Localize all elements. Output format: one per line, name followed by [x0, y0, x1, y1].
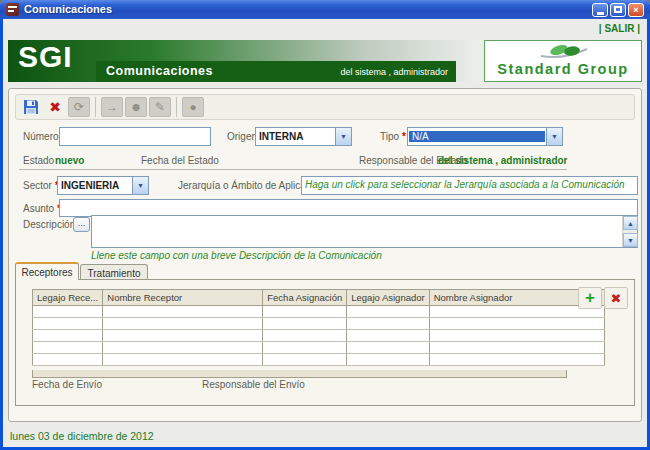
fecha-envio-label: Fecha de Envío [32, 379, 102, 390]
status-button: ● [182, 97, 204, 117]
descripcion-textarea[interactable]: ▲ ▼ [91, 215, 638, 248]
table-row[interactable] [33, 342, 605, 354]
user-icon: ☻ [130, 100, 143, 114]
sgi-logo: SGI [18, 40, 73, 74]
edit-button: ✎ [149, 97, 171, 117]
table-header-row: Legajo Rece... Nombre Receptor Fecha Asi… [33, 290, 605, 306]
col-nombre-receptor[interactable]: Nombre Receptor [103, 290, 263, 306]
window-controls: × [592, 3, 644, 17]
maximize-icon [614, 6, 622, 13]
module-title: Comunicaciones [106, 64, 213, 78]
descripcion-hint: Llene este campo con una breve Descripci… [91, 250, 382, 261]
receptores-table: Legajo Rece... Nombre Receptor Fecha Asi… [32, 289, 605, 366]
col-fecha-asignacion[interactable]: Fecha Asignación [263, 290, 347, 306]
tipo-select[interactable]: N/A ▼ [407, 127, 563, 146]
remove-receptor-button[interactable]: ✖ [604, 287, 628, 309]
scroll-up-icon[interactable]: ▲ [623, 216, 638, 230]
receptores-panel: Legajo Rece... Nombre Receptor Fecha Asi… [15, 279, 635, 406]
close-button[interactable]: × [628, 3, 644, 17]
origen-select[interactable]: INTERNA ▼ [255, 127, 352, 146]
table-row[interactable] [33, 306, 605, 318]
divider [19, 169, 567, 170]
sector-value: INGENIERIA [58, 180, 132, 191]
numero-input[interactable] [59, 127, 211, 146]
brand-name: Standard Group [485, 61, 641, 77]
refresh-button: ⟳ [68, 97, 90, 117]
delete-button[interactable]: ✖ [44, 97, 66, 117]
main-panel: ✖ ⟳ → ☻ ✎ ● Número* Origen* INTERNA ▼ Ti… [8, 88, 642, 422]
table-row[interactable] [33, 354, 605, 366]
user-button: ☻ [125, 97, 147, 117]
toolbar: ✖ ⟳ → ☻ ✎ ● [15, 94, 635, 120]
tipo-value: N/A [409, 131, 545, 142]
tipo-label: Tipo* [380, 131, 406, 142]
browse-button[interactable]: ... [73, 217, 90, 232]
minimize-icon [597, 12, 604, 15]
brand-logo-box: Standard Group [484, 40, 642, 82]
window-title: Comunicaciones [24, 3, 112, 15]
tab-receptores[interactable]: Receptores [15, 262, 79, 280]
table-row[interactable] [33, 318, 605, 330]
app-icon [6, 3, 19, 16]
chevron-down-icon[interactable]: ▼ [335, 128, 351, 145]
add-receptor-button[interactable]: + [578, 287, 602, 309]
delete-icon: ✖ [49, 99, 61, 115]
table-row[interactable] [33, 330, 605, 342]
origen-value: INTERNA [256, 131, 335, 142]
toolbar-separator [95, 97, 96, 117]
responsable-estado-value: del sistema , administrador [438, 155, 568, 166]
maximize-button[interactable] [610, 3, 626, 17]
asunto-label: Asunto* [23, 203, 61, 214]
col-legajo-receptor[interactable]: Legajo Rece... [33, 290, 103, 306]
estado-value: nuevo [55, 155, 84, 166]
app-window: Comunicaciones × | SALIR | SGI Comunicac… [0, 0, 650, 450]
title-bar[interactable]: Comunicaciones × [0, 0, 650, 19]
status-date: lunes 03 de diciembre de 2012 [10, 430, 154, 442]
chevron-down-icon[interactable]: ▼ [546, 128, 562, 145]
scroll-down-icon[interactable]: ▼ [623, 233, 638, 247]
chevron-down-icon[interactable]: ▼ [132, 177, 148, 194]
estado-label: Estado [23, 155, 54, 166]
minimize-button[interactable] [592, 3, 608, 17]
refresh-icon: ⟳ [74, 100, 84, 114]
col-legajo-asignador[interactable]: Legajo Asignador [347, 290, 429, 306]
forward-icon: → [106, 100, 118, 114]
save-button[interactable] [20, 97, 42, 117]
salir-link[interactable]: | SALIR | [599, 23, 640, 34]
status-icon: ● [189, 100, 196, 114]
header-banner: SGI Comunicaciones del sistema , adminis… [8, 40, 482, 82]
receptores-table-body [33, 306, 605, 366]
responsable-envio-label: Responsable del Envío [202, 379, 305, 390]
logged-user: del sistema , administrador [340, 67, 448, 77]
save-icon [23, 99, 39, 115]
edit-icon: ✎ [155, 100, 165, 114]
toolbar-separator [176, 97, 177, 117]
tab-tratamiento[interactable]: Tratamiento [80, 264, 148, 280]
forward-button: → [101, 97, 123, 117]
module-bar: Comunicaciones del sistema , administrad… [96, 61, 456, 82]
jerarquia-field[interactable]: Haga un click para seleccionar la Jerarq… [301, 176, 638, 195]
sector-label: Sector* [23, 180, 59, 191]
table-footer [32, 370, 567, 378]
scrollbar[interactable]: ▲ ▼ [622, 216, 637, 247]
fecha-estado-label: Fecha del Estado [141, 155, 219, 166]
sector-select[interactable]: INGENIERIA ▼ [57, 176, 149, 195]
